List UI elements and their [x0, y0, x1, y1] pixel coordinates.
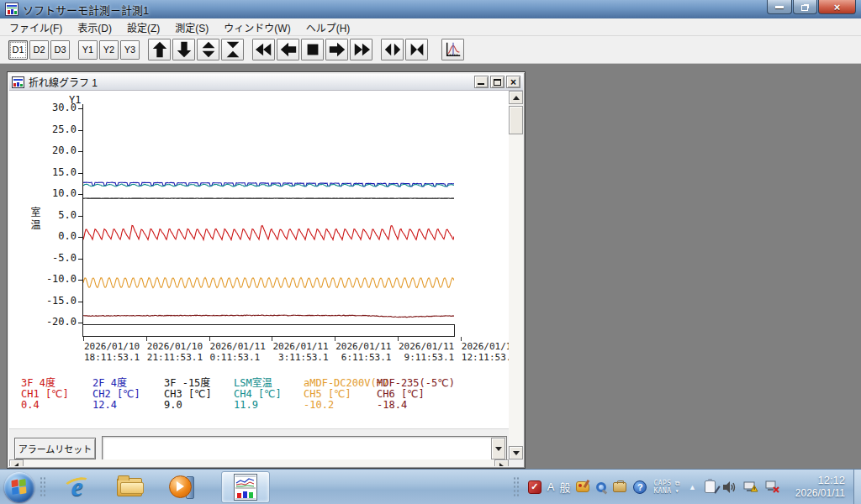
chart-settings-icon-button[interactable]: [441, 39, 464, 60]
alarm-combo-input[interactable]: [104, 438, 489, 459]
close-button[interactable]: ×: [818, 0, 856, 14]
restore-button[interactable]: [793, 0, 817, 14]
alarm-combo-box: [102, 436, 507, 461]
triangle-down-icon: [513, 451, 520, 459]
collapse-horizontal-icon-button[interactable]: [405, 39, 428, 60]
security-shield-icon[interactable]: ✓: [528, 480, 541, 494]
toolbar-button-y2[interactable]: Y2: [99, 40, 119, 60]
y-tick-label: 25.0: [41, 123, 77, 135]
chevron-mini-icon: ▾: [675, 487, 679, 495]
y-tick-label: 30.0: [41, 102, 77, 113]
clock-date: 2026/01/11: [795, 487, 845, 500]
x-tick-label: 2026/01/11 6:11:53.1: [335, 341, 391, 363]
horizontal-scrollbar[interactable]: [9, 459, 509, 466]
chart-settings-icon: [444, 40, 462, 59]
network-warning-icon[interactable]: [743, 480, 758, 494]
y-tick-label: 20.0: [41, 144, 77, 156]
show-hidden-icons-button[interactable]: ▲: [689, 483, 696, 491]
toolbar-button-y3[interactable]: Y3: [120, 40, 140, 60]
series-ch6: [83, 315, 454, 318]
network-disconnected-icon[interactable]: [765, 480, 780, 494]
ime-input-letter[interactable]: A: [547, 480, 555, 493]
ime-palette-icon[interactable]: [576, 481, 589, 492]
vertical-scrollbar[interactable]: [509, 91, 523, 459]
menu-item-3[interactable]: 測定(S): [167, 18, 216, 37]
action-center-icon[interactable]: [705, 480, 716, 493]
y-tick-label: -10.0: [41, 273, 77, 285]
app-icon: [5, 3, 18, 16]
mdi-area: 折れ線グラフ 1 × Y1 30.025.020.015.010.05.00.0…: [0, 64, 861, 469]
scroll-right-button[interactable]: [494, 459, 509, 466]
expand-horizontal-icon-button[interactable]: [381, 39, 404, 60]
menu-item-0[interactable]: ファイル(F): [2, 18, 70, 37]
toolbar-button-d3[interactable]: D3: [50, 40, 70, 60]
rewind-icon-button[interactable]: [252, 39, 275, 60]
y-tick-label: 0.0: [41, 230, 77, 242]
step-left-icon-button[interactable]: [277, 39, 299, 60]
system-tray: ✓ A 般 ? CAPS⧉ KANA▾ ▲: [508, 470, 861, 504]
taskbar-clock[interactable]: 12:12 2026/01/11: [795, 474, 845, 500]
ime-caps-kana-block[interactable]: CAPS⧉ KANA▾: [653, 480, 679, 495]
ime-toolbox-icon[interactable]: [613, 482, 626, 492]
x-tick-label: 2026/01/11 3:11:53.1: [272, 341, 328, 363]
stop-icon-button[interactable]: [301, 39, 324, 60]
toolbar-button-d1[interactable]: D1: [8, 40, 28, 60]
taskbar-grip: [40, 476, 46, 498]
main-titlebar: ソフトサーモ計測－計測1 ×: [0, 0, 861, 18]
minimize-button[interactable]: [767, 0, 792, 14]
toolbar-button-y1[interactable]: Y1: [78, 40, 98, 60]
y-tick-label: 10.0: [41, 187, 77, 199]
graph-window-content: Y1 30.025.020.015.010.05.00.0-5.0-10.0-1…: [9, 91, 523, 466]
y-tick-label: 15.0: [41, 166, 77, 178]
x-tick-label: 2026/01/10 21:11:53.1: [147, 341, 203, 363]
combo-dropdown-button[interactable]: [491, 438, 505, 459]
collapse-vertical-icon: [224, 40, 242, 59]
menu-item-4[interactable]: ウィンドウ(W): [216, 18, 298, 37]
legend-channel-1: 3F 4度 CH1 [℃] 0.4: [21, 378, 69, 411]
taskbar: e ✓ A 般: [0, 469, 861, 504]
legend-channel-6: MDF-235(-5℃) CH6 [℃] -18.4: [377, 378, 455, 411]
graph-close-button[interactable]: ×: [506, 76, 520, 88]
alarm-reset-button[interactable]: アラームリセット: [14, 438, 96, 459]
step-right-icon-button[interactable]: [325, 39, 348, 60]
ime-mode-text[interactable]: 般: [559, 479, 570, 495]
kana-label: KANA: [653, 487, 671, 495]
triangle-up-icon: [513, 92, 520, 100]
media-player-icon[interactable]: [167, 473, 196, 501]
fast-forward-icon-button[interactable]: [350, 39, 372, 60]
speaker-icon[interactable]: [722, 480, 737, 494]
menu-item-1[interactable]: 表示(D): [70, 18, 119, 37]
expand-vertical-icon-button[interactable]: [197, 39, 219, 60]
menu-item-2[interactable]: 設定(Z): [119, 18, 167, 37]
vertical-scroll-thumb[interactable]: [509, 106, 523, 134]
graph-window-icon: [12, 76, 24, 88]
menubar: ファイル(F)表示(D)設定(Z)測定(S)ウィンドウ(W)ヘルプ(H): [0, 18, 861, 36]
help-icon[interactable]: ?: [633, 480, 647, 494]
scroll-up-button[interactable]: [509, 91, 523, 104]
toolbar-button-d2[interactable]: D2: [29, 40, 49, 60]
graph-window-titlebar[interactable]: 折れ線グラフ 1 ×: [9, 74, 523, 91]
graph-minimize-button[interactable]: [474, 76, 489, 88]
screen: ソフトサーモ計測－計測1 × ファイル(F)表示(D)設定(Z)測定(S)ウィン…: [0, 0, 861, 504]
alarm-band-rect: [82, 324, 455, 337]
line-chart: [83, 108, 454, 324]
x-tick-label: 2026/01/10 18:11:53.1: [84, 341, 140, 363]
explorer-folder-icon[interactable]: [115, 473, 144, 501]
show-desktop-button[interactable]: [853, 470, 861, 504]
up-arrow-button[interactable]: [148, 39, 171, 60]
scroll-down-button[interactable]: [509, 446, 523, 459]
graph-maximize-button[interactable]: [490, 76, 504, 88]
collapse-vertical-icon-button[interactable]: [221, 39, 244, 60]
triangle-left-icon: [11, 463, 18, 466]
start-button[interactable]: [4, 472, 34, 502]
internet-explorer-icon[interactable]: e: [63, 473, 92, 501]
expand-horizontal-icon: [383, 40, 402, 59]
fast-forward-icon: [352, 40, 371, 59]
scroll-left-button[interactable]: [9, 459, 24, 466]
ime-dictionary-icon[interactable]: [596, 482, 606, 492]
legend-channel-4: LSM室温 CH4 [℃] 11.9: [234, 378, 282, 411]
down-arrow-button[interactable]: [172, 39, 195, 60]
menu-item-5[interactable]: ヘルプ(H): [298, 18, 358, 37]
down-arrow: [175, 40, 193, 59]
active-app-taskbar-button[interactable]: [221, 471, 270, 503]
